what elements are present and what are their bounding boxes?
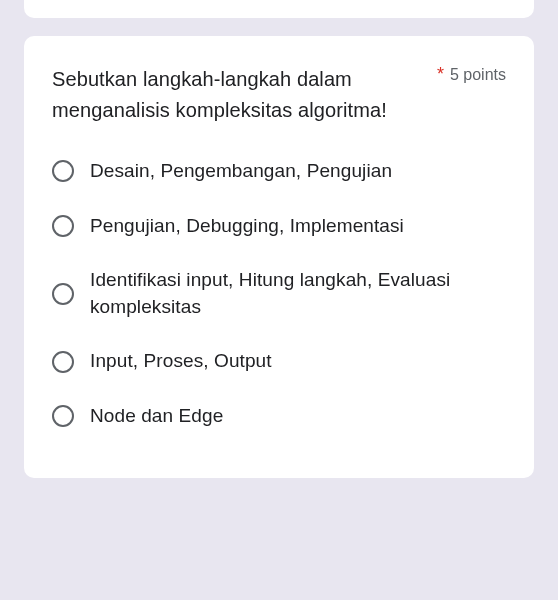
points-wrap: * 5 points bbox=[437, 64, 506, 85]
radio-icon bbox=[52, 283, 74, 305]
option-4[interactable]: Node dan Edge bbox=[52, 403, 506, 430]
option-label: Input, Proses, Output bbox=[90, 348, 272, 375]
radio-icon bbox=[52, 351, 74, 373]
required-indicator: * bbox=[437, 64, 444, 85]
option-label: Identifikasi input, Hitung langkah, Eval… bbox=[90, 267, 506, 320]
previous-card-bottom bbox=[24, 0, 534, 18]
radio-icon bbox=[52, 160, 74, 182]
question-text: Sebutkan langkah-langkah dalam menganali… bbox=[52, 64, 437, 126]
option-label: Node dan Edge bbox=[90, 403, 223, 430]
question-card: Sebutkan langkah-langkah dalam menganali… bbox=[24, 36, 534, 478]
option-0[interactable]: Desain, Pengembangan, Pengujian bbox=[52, 158, 506, 185]
option-label: Pengujian, Debugging, Implementasi bbox=[90, 213, 404, 240]
option-1[interactable]: Pengujian, Debugging, Implementasi bbox=[52, 213, 506, 240]
points-label: 5 points bbox=[450, 66, 506, 84]
option-3[interactable]: Input, Proses, Output bbox=[52, 348, 506, 375]
option-2[interactable]: Identifikasi input, Hitung langkah, Eval… bbox=[52, 267, 506, 320]
radio-icon bbox=[52, 405, 74, 427]
question-header: Sebutkan langkah-langkah dalam menganali… bbox=[52, 64, 506, 126]
option-label: Desain, Pengembangan, Pengujian bbox=[90, 158, 392, 185]
radio-icon bbox=[52, 215, 74, 237]
